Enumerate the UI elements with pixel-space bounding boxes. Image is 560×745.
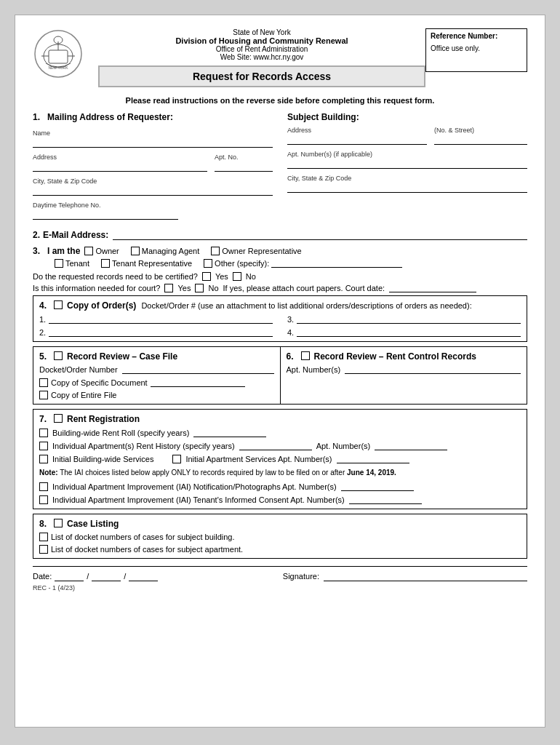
- sec1-subject-title: Subject Building:: [287, 112, 359, 122]
- tenant-checkbox[interactable]: [55, 259, 63, 268]
- case-apartment-label: List of docket numbers of cases for subj…: [51, 545, 243, 554]
- date-day-field[interactable]: [92, 571, 121, 581]
- phone-field[interactable]: [33, 210, 178, 220]
- iai-consent-checkbox[interactable]: [39, 495, 48, 504]
- owner-label: Owner: [95, 247, 119, 255]
- ref-note: Office use only.: [431, 44, 522, 52]
- subj-city-field[interactable]: [287, 183, 527, 193]
- date-sep-2: /: [124, 572, 126, 581]
- date-label: Date:: [33, 572, 52, 581]
- owner-rep-option[interactable]: Owner Representative: [211, 247, 301, 255]
- iai-notification-row: Individual Apartment Improvement (IAI) N…: [39, 482, 521, 491]
- order-4-field[interactable]: [297, 327, 521, 337]
- city-field[interactable]: [33, 186, 273, 196]
- sec5-checkbox[interactable]: [54, 351, 63, 360]
- case-building-checkbox[interactable]: [39, 533, 48, 541]
- sec1-number: 1.: [33, 112, 40, 122]
- email-label: E-Mail Address:: [43, 230, 108, 240]
- specific-doc-checkbox[interactable]: [39, 378, 48, 387]
- certified-no-label: No: [246, 272, 256, 281]
- order-2-field[interactable]: [49, 327, 273, 337]
- case-apartment-checkbox[interactable]: [39, 545, 48, 554]
- apt-label: Apt. No.: [215, 154, 273, 161]
- sec5-number: 5.: [39, 351, 49, 362]
- specific-doc-field[interactable]: [151, 378, 245, 387]
- order-4-num: 4.: [287, 328, 294, 337]
- other-checkbox[interactable]: [204, 259, 212, 268]
- certified-no-checkbox[interactable]: [233, 272, 241, 281]
- other-specify-field[interactable]: [271, 259, 402, 268]
- order-1-field[interactable]: [49, 314, 273, 324]
- rent-roll-checkbox[interactable]: [39, 429, 48, 437]
- sec3-number: 3.: [33, 246, 40, 256]
- sec6-number: 6.: [287, 351, 297, 362]
- address-field[interactable]: [33, 162, 207, 172]
- court-date-field[interactable]: [389, 284, 476, 292]
- office-label: Office of Rent Administration: [98, 45, 425, 53]
- docket-order-field[interactable]: [122, 364, 274, 374]
- court-if-yes: If yes, please attach court papers. Cour…: [223, 284, 385, 292]
- initial-building-checkbox[interactable]: [39, 455, 48, 463]
- tenant-rep-checkbox[interactable]: [101, 259, 110, 268]
- sec6-title: Record Review – Rent Control Records: [314, 351, 476, 362]
- phone-label: Daytime Telephone No.: [33, 202, 178, 209]
- entire-file-label: Copy of Entire File: [51, 391, 116, 399]
- iai-notification-checkbox[interactable]: [39, 482, 48, 491]
- managing-agent-checkbox[interactable]: [131, 247, 140, 255]
- sec7-checkbox[interactable]: [54, 414, 63, 423]
- owner-rep-checkbox[interactable]: [211, 247, 220, 255]
- email-field[interactable]: [113, 230, 527, 240]
- managing-agent-option[interactable]: Managing Agent: [131, 247, 200, 255]
- owner-checkbox[interactable]: [84, 247, 93, 255]
- owner-option[interactable]: Owner: [84, 247, 119, 255]
- iai-notification-field[interactable]: [341, 482, 414, 491]
- section-1: 1. Mailing Address of Requester: Name Ad…: [33, 112, 527, 226]
- sec6-checkbox[interactable]: [301, 351, 310, 360]
- other-option[interactable]: Other (specify):: [204, 259, 402, 268]
- signature-field[interactable]: [324, 571, 527, 581]
- tenant-rep-option[interactable]: Tenant Representative: [101, 259, 192, 268]
- apt-rent-history-checkbox[interactable]: [39, 442, 48, 450]
- order-3-field[interactable]: [297, 314, 521, 324]
- tenant-rep-label: Tenant Representative: [112, 259, 192, 268]
- specific-doc-label: Copy of Specific Document: [51, 378, 148, 387]
- iai-consent-field[interactable]: [349, 495, 422, 504]
- iai-note: Note: The IAI choices listed below apply…: [39, 468, 521, 478]
- apt-rent-history-apt-field[interactable]: [375, 441, 447, 450]
- apt-field[interactable]: [215, 162, 273, 172]
- name-field[interactable]: [33, 138, 273, 148]
- initial-apt-services-field[interactable]: [337, 454, 409, 463]
- subj-no-street-field[interactable]: [434, 135, 527, 145]
- owner-rep-label: Owner Representative: [222, 247, 301, 255]
- note-text: The IAI choices listed below apply ONLY …: [60, 469, 345, 477]
- case-building-row: List of docket numbers of cases for subj…: [39, 533, 521, 541]
- subj-apt-field[interactable]: [287, 159, 527, 169]
- court-yes-checkbox[interactable]: [164, 284, 173, 292]
- sec8-checkbox[interactable]: [54, 519, 63, 527]
- rent-roll-years-field[interactable]: [193, 428, 266, 437]
- signature-section: Signature:: [283, 571, 527, 581]
- date-month-field[interactable]: [55, 571, 84, 581]
- court-no-checkbox[interactable]: [195, 284, 204, 292]
- instructions-text: Please read instructions on the reverse …: [33, 96, 527, 105]
- date-year-field[interactable]: [129, 571, 158, 581]
- certified-yes-checkbox[interactable]: [202, 272, 211, 281]
- form-footer: Date: / / Signature:: [33, 566, 527, 581]
- order-2-num: 2.: [39, 328, 46, 337]
- sec6-apt-field[interactable]: [345, 364, 521, 374]
- docket-order-label: Docket/Order Number: [39, 365, 118, 374]
- sec8-number: 8.: [39, 519, 49, 529]
- entire-file-checkbox[interactable]: [39, 391, 48, 399]
- initial-apt-checkbox[interactable]: [172, 455, 181, 463]
- tenant-option[interactable]: Tenant: [55, 259, 89, 268]
- sec6-apt-row: Apt. Number(s): [287, 364, 521, 374]
- subj-address-label: Address: [287, 127, 427, 134]
- apt-rent-history-years-field[interactable]: [239, 441, 312, 450]
- certified-row: Do the requested records need to be cert…: [33, 272, 527, 281]
- sec4-checkbox[interactable]: [54, 300, 63, 309]
- court-question: Is this information needed for court?: [33, 284, 160, 292]
- order-2: 2.: [39, 327, 273, 337]
- initial-building-row: Initial Building-wide Services Initial A…: [39, 454, 521, 463]
- subj-address-field[interactable]: [287, 135, 427, 145]
- form-title: Request for Records Access: [98, 65, 425, 87]
